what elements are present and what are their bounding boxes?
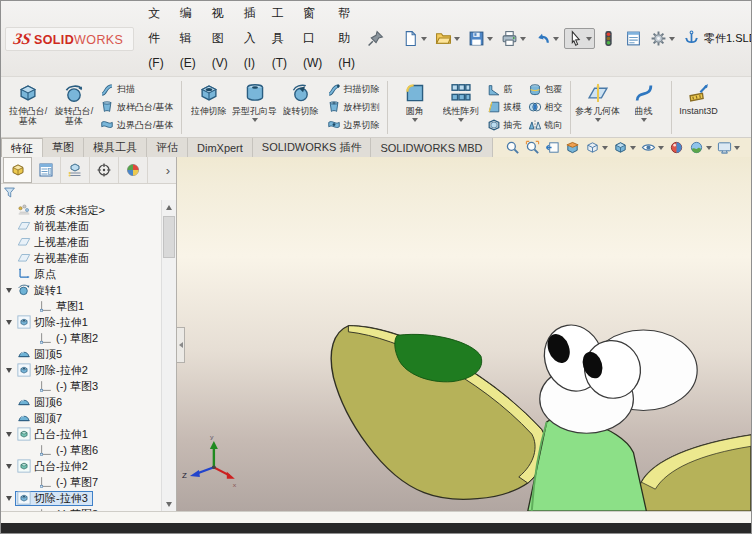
tree-item-content[interactable]: 切除-拉伸1 (15, 315, 93, 330)
view-orientation-button[interactable] (583, 140, 610, 155)
options-button[interactable] (647, 28, 678, 49)
zoom-area-button[interactable] (523, 140, 542, 155)
dropdown-caret-icon[interactable] (454, 37, 460, 41)
extrude-boss-button[interactable]: 拉伸凸台/基体 (5, 79, 51, 136)
tree-item-front-plane[interactable]: 前视基准面 (1, 218, 160, 234)
tree-item-sketch8[interactable]: (-) 草图8 (1, 506, 160, 511)
tab-evaluate[interactable]: 评估 (147, 138, 188, 157)
dropdown-caret-icon[interactable] (595, 118, 601, 122)
boundary-button[interactable]: 边界凸台/基体 (100, 117, 174, 133)
tree-item-cut-extrude2[interactable]: 切除-拉伸2 (1, 362, 160, 378)
tree-item-content[interactable]: (-) 草图2 (37, 331, 103, 346)
new-document-button[interactable] (399, 28, 430, 49)
section-view-button[interactable] (563, 140, 582, 155)
tree-item-sketch2[interactable]: (-) 草图2 (1, 330, 160, 346)
propertymanager-tab[interactable] (32, 157, 61, 183)
dropdown-caret-icon[interactable] (734, 146, 740, 150)
tab-solidworks-add-ins[interactable]: SOLIDWORKS 插件 (253, 138, 372, 157)
expand-arrow-icon[interactable] (3, 368, 15, 373)
tree-item-dome7[interactable]: 圆顶7 (1, 410, 160, 426)
tree-item-dome5[interactable]: 圆顶5 (1, 346, 160, 362)
tree-item-dome6[interactable]: 圆顶6 (1, 394, 160, 410)
dropdown-caret-icon[interactable] (669, 37, 675, 41)
tree-item-content[interactable]: 草图1 (37, 299, 89, 314)
tree-item-top-plane[interactable]: 上视基准面 (1, 234, 160, 250)
tree-item-content[interactable]: 上视基准面 (15, 235, 94, 250)
ref-geometry-button[interactable]: 参考几何体 (575, 79, 621, 136)
tab-solidworks-mbd[interactable]: SOLIDWORKS MBD (371, 138, 492, 157)
tree-item-content[interactable]: 旋转1 (15, 283, 67, 298)
display-style-button[interactable] (611, 140, 638, 155)
scroll-up-button[interactable] (162, 200, 176, 214)
expand-arrow-icon[interactable] (3, 496, 15, 501)
tree-item-content[interactable]: 原点 (15, 267, 61, 282)
hole-wizard-button[interactable]: 异型孔向导 (232, 79, 278, 136)
anchor-button[interactable] (680, 28, 703, 49)
tree-item-cut-extrude1[interactable]: 切除-拉伸1 (1, 314, 160, 330)
displaymanager-tab[interactable] (119, 157, 148, 183)
tree-item-right-plane[interactable]: 右视基准面 (1, 250, 160, 266)
tab-dimxpert[interactable]: DimXpert (188, 138, 253, 157)
filter-icon[interactable] (3, 186, 16, 199)
dropdown-caret-icon[interactable] (706, 146, 712, 150)
tree-item-content[interactable]: 前视基准面 (15, 219, 94, 234)
boundary-cut-button[interactable]: 边界切除 (327, 117, 380, 133)
sweep-cut-button[interactable]: 扫描切除 (327, 82, 380, 98)
dimxpertmanager-tab[interactable] (90, 157, 119, 183)
expand-arrow-icon[interactable] (3, 288, 15, 293)
print-button[interactable] (498, 28, 529, 49)
mirror-button[interactable]: 镜向 (528, 117, 563, 133)
tree-item-origin[interactable]: 原点 (1, 266, 160, 282)
hide-show-items-button[interactable] (639, 140, 666, 155)
menu-window[interactable]: 窗口(W) (295, 1, 330, 76)
dropdown-caret-icon[interactable] (586, 37, 592, 41)
scroll-thumb[interactable] (163, 216, 175, 258)
dropdown-caret-icon[interactable] (520, 37, 526, 41)
extrude-cut-button[interactable]: 拉伸切除 (186, 79, 232, 136)
apply-scene-button[interactable] (687, 140, 714, 155)
sweep-button[interactable]: 扫描 (100, 82, 174, 98)
tree-item-content[interactable]: (-) 草图3 (37, 379, 103, 394)
tree-item-content[interactable]: 切除-拉伸2 (15, 363, 93, 378)
zoom-fit-button[interactable] (503, 140, 522, 155)
tree-item-content[interactable]: 圆顶6 (15, 395, 67, 410)
menu-file[interactable]: 文件(F) (140, 1, 171, 76)
tree-item-content[interactable]: (-) 草图8 (37, 507, 103, 512)
fillet-button[interactable]: 圆角 (392, 79, 438, 136)
tree-item-content[interactable]: (-) 草图7 (37, 475, 103, 490)
loft-button[interactable]: 放样凸台/基体 (100, 99, 174, 115)
revolve-cut-button[interactable]: 旋转切除 (278, 79, 324, 136)
panel-flyout-arrow[interactable]: › (160, 157, 176, 183)
dropdown-caret-icon[interactable] (658, 146, 664, 150)
featuremanager-tab[interactable] (3, 157, 32, 183)
dropdown-caret-icon[interactable] (602, 146, 608, 150)
tree-item-sketch3[interactable]: (-) 草图3 (1, 378, 160, 394)
dropdown-caret-icon[interactable] (553, 37, 559, 41)
graphics-area[interactable]: y Z x (177, 157, 751, 511)
expand-arrow-icon[interactable] (3, 320, 15, 325)
menu-edit[interactable]: 编辑(E) (172, 1, 204, 76)
dropdown-caret-icon[interactable] (412, 118, 418, 122)
tab-sketch[interactable]: 草图 (43, 138, 84, 157)
revolve-boss-button[interactable]: 旋转凸台/基体 (51, 79, 97, 136)
tree-item-content[interactable]: 切除-拉伸3 (15, 491, 93, 506)
menu-view[interactable]: 视图(V) (204, 1, 236, 76)
dropdown-caret-icon[interactable] (641, 118, 647, 122)
file-properties-button[interactable] (622, 28, 645, 49)
intersect-button[interactable]: 相交 (528, 99, 563, 115)
rib-button[interactable]: 筋 (487, 82, 522, 98)
tree-item-content[interactable]: 圆顶7 (15, 411, 67, 426)
tree-item-content[interactable]: 材质 <未指定> (15, 203, 110, 218)
expand-arrow-icon[interactable] (3, 464, 15, 469)
tree-item-revolve1[interactable]: 旋转1 (1, 282, 160, 298)
view-settings-button[interactable] (715, 140, 742, 155)
tree-item-content[interactable]: 右视基准面 (15, 251, 94, 266)
tree-item-content[interactable]: 凸台-拉伸2 (15, 459, 93, 474)
linear-pattern-button[interactable]: 线性阵列 (438, 79, 484, 136)
previous-view-button[interactable] (543, 140, 562, 155)
wrap-button[interactable]: 包覆 (528, 82, 563, 98)
dropdown-caret-icon[interactable] (630, 146, 636, 150)
dropdown-caret-icon[interactable] (252, 118, 258, 122)
panel-splitter-handle[interactable] (177, 327, 185, 363)
dropdown-caret-icon[interactable] (487, 37, 493, 41)
